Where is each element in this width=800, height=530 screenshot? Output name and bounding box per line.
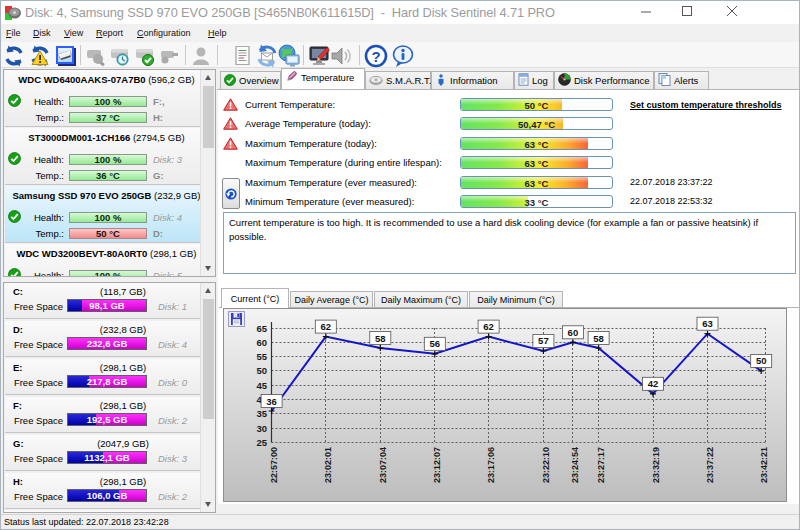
- svg-text:35: 35: [256, 408, 267, 419]
- svg-text:36: 36: [266, 396, 277, 407]
- svg-text:58: 58: [593, 333, 604, 344]
- svg-text:23:42:21: 23:42:21: [759, 447, 769, 483]
- svg-text:62: 62: [321, 321, 332, 332]
- svg-text:50: 50: [756, 355, 767, 366]
- svg-text:23:27:17: 23:27:17: [596, 447, 606, 483]
- svg-text:58: 58: [375, 333, 386, 344]
- svg-text:23:02:01: 23:02:01: [323, 447, 333, 483]
- svg-text:50: 50: [256, 365, 267, 376]
- svg-text:30: 30: [256, 423, 267, 434]
- svg-text:23:37:22: 23:37:22: [705, 447, 715, 483]
- svg-text:63: 63: [702, 318, 713, 329]
- svg-text:57: 57: [538, 335, 549, 346]
- svg-text:62: 62: [483, 321, 494, 332]
- svg-text:22:57:00: 22:57:00: [269, 447, 279, 483]
- svg-text:60: 60: [256, 337, 267, 348]
- svg-text:23:17:06: 23:17:06: [486, 447, 496, 483]
- svg-text:60: 60: [568, 327, 579, 338]
- svg-text:23:22:10: 23:22:10: [541, 447, 551, 483]
- svg-text:45: 45: [256, 380, 267, 391]
- svg-text:23:12:07: 23:12:07: [432, 447, 442, 483]
- svg-text:25: 25: [256, 437, 267, 448]
- svg-text:?: ?: [371, 48, 380, 65]
- svg-text:56: 56: [430, 338, 441, 349]
- svg-text:65: 65: [256, 323, 267, 334]
- svg-text:23:24:54: 23:24:54: [570, 447, 580, 483]
- svg-text:55: 55: [256, 351, 267, 362]
- svg-text:23:07:04: 23:07:04: [378, 447, 388, 483]
- svg-text:42: 42: [648, 378, 659, 389]
- svg-text:23:32:19: 23:32:19: [651, 447, 661, 483]
